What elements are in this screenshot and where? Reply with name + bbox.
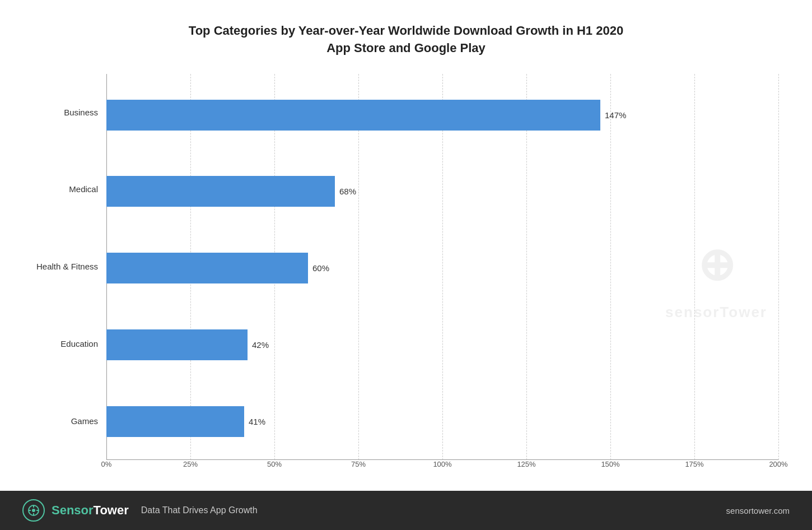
bar-wrap: 42% xyxy=(106,328,778,362)
footer-tagline: Data That Drives App Growth xyxy=(141,505,258,515)
chart-container: Top Categories by Year-over-Year Worldwi… xyxy=(0,0,812,491)
bar-business xyxy=(106,100,600,131)
bar-value-label: 60% xyxy=(308,263,806,273)
chart-title: Top Categories by Year-over-Year Worldwi… xyxy=(34,22,778,57)
x-tick: 50% xyxy=(267,460,282,468)
bar-health-&-fitness xyxy=(106,253,308,283)
bar-games xyxy=(106,406,244,437)
bar-wrap: 41% xyxy=(106,405,778,439)
brand-part2: Tower xyxy=(94,503,129,517)
x-tick: 175% xyxy=(685,460,703,468)
chart-inner: BusinessMedicalHealth & FitnessEducation… xyxy=(34,74,778,480)
bar-row: 68% xyxy=(106,175,778,208)
y-label: Medical xyxy=(69,184,98,194)
bar-row: 42% xyxy=(106,328,778,362)
y-label: Games xyxy=(71,416,98,426)
y-label: Business xyxy=(64,108,98,118)
bar-wrap: 60% xyxy=(106,252,778,285)
bar-value-label: 41% xyxy=(244,417,806,426)
svg-point-1 xyxy=(32,509,35,512)
title-line2: App Store and Google Play xyxy=(34,40,778,57)
footer-brand: SensorTower xyxy=(52,503,129,518)
bar-row: 147% xyxy=(106,98,778,132)
footer-logo-icon xyxy=(22,499,45,522)
y-label: Health & Fitness xyxy=(36,262,98,272)
chart-area: BusinessMedicalHealth & FitnessEducation… xyxy=(34,74,778,480)
footer-url: sensortower.com xyxy=(726,506,790,515)
x-tick: 0% xyxy=(101,460,112,468)
y-axis-labels: BusinessMedicalHealth & FitnessEducation… xyxy=(34,74,106,480)
x-tick: 25% xyxy=(183,460,198,468)
title-line1: Top Categories by Year-over-Year Worldwi… xyxy=(34,22,778,40)
bar-wrap: 68% xyxy=(106,175,778,208)
x-tick: 150% xyxy=(601,460,619,468)
bar-value-label: 42% xyxy=(248,340,806,350)
x-tick: 100% xyxy=(433,460,451,468)
bars-rows: 147%68%60%42%41% xyxy=(106,74,778,480)
bar-medical xyxy=(106,176,335,207)
footer-left: SensorTower Data That Drives App Growth xyxy=(22,499,258,522)
bars-area: 147%68%60%42%41% 0%25%50%75%100%125%150%… xyxy=(106,74,778,480)
bar-wrap: 147% xyxy=(106,98,778,132)
x-axis: 0%25%50%75%100%125%150%175%200% xyxy=(106,460,778,480)
x-tick: 200% xyxy=(769,460,787,468)
footer: SensorTower Data That Drives App Growth … xyxy=(0,491,812,530)
bar-row: 41% xyxy=(106,405,778,439)
bar-value-label: 68% xyxy=(335,187,806,196)
bar-education xyxy=(106,329,248,360)
bar-row: 60% xyxy=(106,252,778,285)
bar-value-label: 147% xyxy=(600,110,806,120)
brand-part1: Sensor xyxy=(52,503,94,517)
y-label: Education xyxy=(60,339,98,349)
x-tick: 125% xyxy=(517,460,535,468)
x-tick: 75% xyxy=(351,460,366,468)
